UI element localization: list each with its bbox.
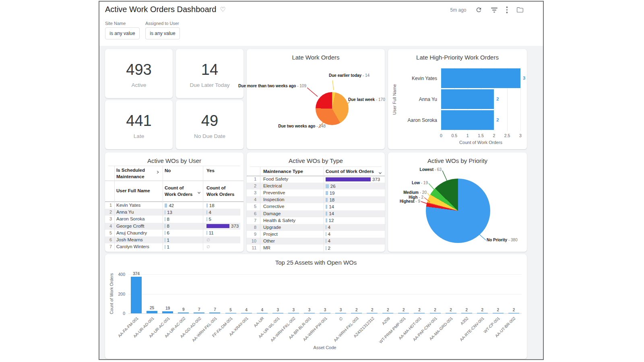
bar[interactable] — [288, 313, 299, 313]
table-row[interactable]: 3Preventive19 — [247, 189, 385, 196]
bar[interactable] — [272, 313, 283, 313]
count-cell: 2 — [326, 245, 330, 251]
table-row[interactable]: 5Anuj Chaundry611 — [105, 230, 240, 237]
count-cell: 14 — [326, 203, 334, 210]
bar[interactable] — [461, 313, 472, 313]
bar[interactable] — [446, 313, 456, 313]
table-row[interactable]: 6Damage14 — [247, 210, 385, 217]
table-row[interactable]: 9Project4 — [247, 231, 385, 238]
table-row[interactable]: 7Health & Safety12 — [247, 217, 385, 224]
category-label: Anna Yu — [400, 97, 437, 102]
table-row[interactable]: 4George Crofft8373 — [105, 223, 240, 230]
bar[interactable] — [398, 313, 409, 313]
chevron-right-icon[interactable] — [156, 169, 160, 176]
row-number: 5 — [247, 204, 256, 209]
bar-value-label: 25 — [144, 306, 160, 310]
kpi-label: No Due Date — [176, 133, 244, 139]
bar[interactable] — [320, 313, 330, 313]
user-name-cell: Anna Yu — [116, 210, 134, 214]
table-row[interactable]: 1Kevin Yates4218 — [105, 202, 240, 209]
bar[interactable] — [382, 313, 393, 313]
table-row[interactable]: 5Corrective14 — [247, 203, 385, 210]
active-wos-by-type-card: Active WOs by Type Maintenance Type Coun… — [247, 152, 385, 252]
row-number: 4 — [105, 224, 112, 228]
bar[interactable] — [225, 313, 236, 313]
x-axis-tick: 2 — [489, 133, 499, 138]
table-row[interactable]: 6Josh Mearns1∅ — [105, 237, 240, 243]
bar[interactable] — [414, 313, 425, 313]
row-number: 10 — [247, 239, 256, 243]
bar[interactable] — [441, 89, 494, 109]
measure-header-yes[interactable]: Count of Work Orders — [206, 185, 235, 197]
bar[interactable] — [209, 313, 220, 313]
y-axis-tick: 400 — [113, 272, 125, 277]
dimension-header[interactable]: User Full Name — [116, 188, 150, 193]
row-number: 7 — [105, 244, 112, 249]
site-name-filter-value[interactable]: is any value — [105, 27, 140, 39]
bar[interactable] — [162, 311, 173, 313]
count-cell: ∅ — [206, 243, 210, 250]
bar-value-label: 3 — [317, 308, 333, 312]
count-cell: 13 — [165, 209, 172, 216]
y-axis-title: User Full Name — [392, 84, 397, 115]
bar[interactable] — [194, 313, 204, 313]
favorite-heart-icon[interactable]: ♡ — [220, 6, 225, 13]
row-number: 7 — [247, 218, 256, 223]
bar[interactable] — [508, 313, 519, 313]
table-row[interactable]: 7Carolyn Winters1∅ — [105, 243, 240, 250]
count-column-header[interactable]: Count of Work Orders — [326, 169, 374, 174]
count-cell: 4 — [326, 238, 330, 245]
table-row[interactable]: 2Anna Yu134 — [105, 209, 240, 216]
bar[interactable] — [477, 313, 488, 313]
priority-pie[interactable] — [426, 179, 490, 243]
pie-slice-label: Medium - 20 — [403, 190, 427, 195]
pie-slice-label: Due more than two weeks ago - 109 — [238, 84, 306, 88]
bar-value-label: 4 — [254, 308, 270, 312]
user-name-cell: Josh Mearns — [116, 237, 143, 242]
bar[interactable] — [430, 313, 441, 313]
bar[interactable] — [351, 313, 362, 313]
table-row[interactable]: 2Electrical26 — [247, 183, 385, 189]
count-cell: 6 — [165, 230, 169, 237]
bar-value-label: 2 — [496, 117, 499, 122]
table-row[interactable]: 4Inspection18 — [247, 196, 385, 203]
bar[interactable] — [257, 313, 268, 313]
measure-header-no[interactable]: Count of Work Orders — [165, 185, 194, 197]
bar[interactable] — [367, 313, 378, 313]
table-row[interactable]: 8Upgrade4 — [247, 224, 385, 231]
filter-icon[interactable] — [491, 8, 497, 12]
bar[interactable] — [335, 313, 346, 313]
late-work-orders-pie[interactable] — [316, 92, 349, 125]
table-row[interactable]: 10Other4 — [247, 238, 385, 245]
maintenance-type-cell: Other — [263, 239, 275, 243]
top-25-assets-card: Top 25 Assets with Open WOs 0200400374AA… — [105, 254, 527, 359]
bar[interactable] — [441, 68, 520, 88]
bar[interactable] — [131, 277, 142, 313]
y-axis-tick: 200 — [113, 292, 125, 296]
table-row[interactable]: 11MR2 — [247, 245, 385, 251]
bar[interactable] — [304, 313, 315, 313]
row-number: 5 — [105, 230, 112, 235]
bar[interactable] — [178, 313, 189, 313]
sort-chevron-down-icon[interactable] — [197, 189, 201, 196]
count-cell: 373 — [326, 176, 380, 183]
row-number: 8 — [247, 225, 256, 230]
bar-value-label: 7 — [207, 307, 223, 312]
folder-icon[interactable] — [516, 7, 524, 13]
row-number: 4 — [247, 197, 256, 202]
bar[interactable] — [241, 313, 252, 313]
gridline — [520, 68, 521, 131]
type-column-header[interactable]: Maintenance Type — [263, 169, 303, 174]
bar[interactable] — [493, 313, 504, 313]
bar[interactable] — [441, 110, 494, 130]
assigned-to-user-filter-value[interactable]: is any value — [145, 27, 180, 39]
bar[interactable] — [147, 311, 157, 313]
table-row[interactable]: 1Food Safety373 — [247, 176, 385, 183]
table-row[interactable]: 3Aaron Soroka85 — [105, 216, 240, 222]
more-options-icon[interactable] — [506, 6, 508, 13]
refresh-icon[interactable] — [475, 6, 482, 13]
bar-value-label: 2 — [496, 97, 499, 101]
count-cell: 12 — [326, 217, 334, 224]
filter-label: Site Name — [105, 21, 140, 26]
bar-value-label: 2 — [490, 308, 506, 312]
